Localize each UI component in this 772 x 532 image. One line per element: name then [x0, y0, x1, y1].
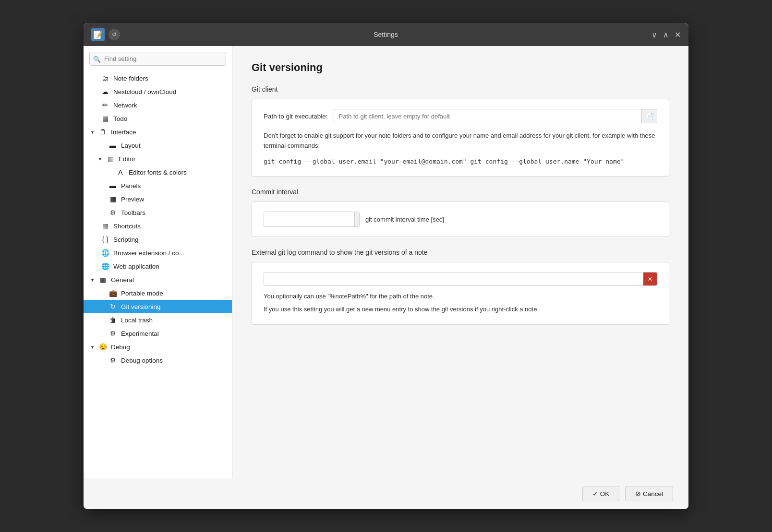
sidebar-item-git-versioning[interactable]: ↻Git versioning [84, 300, 232, 313]
commit-interval-spinner: 30sec ▲ ▼ [264, 212, 360, 227]
sidebar-icon-nextcloud: ☁ [101, 88, 109, 95]
sidebar-icon-layout: ▬ [109, 142, 117, 149]
sidebar-icon-editor-fonts: A [116, 168, 125, 176]
git-log-clear-button[interactable]: ✕ [643, 272, 657, 285]
commit-interval-section-title: Commit interval [252, 188, 669, 196]
sidebar-item-network[interactable]: ✏Network [84, 98, 232, 112]
search-input[interactable] [89, 52, 226, 66]
git-log-input-group: gitk ✕ [264, 272, 657, 286]
nav-back-button[interactable]: ↺ [109, 29, 120, 40]
browse-icon: 📄 [646, 113, 653, 120]
git-log-help2: If you use this setting you will get a n… [264, 305, 657, 315]
sidebar-label-toolbars: Toolbars [121, 209, 145, 216]
sidebar-item-panels[interactable]: ▬Panels [84, 179, 232, 192]
sidebar-icon-experimental: ⚙ [109, 330, 117, 337]
sidebar-item-shortcuts[interactable]: ▦Shortcuts [84, 219, 232, 233]
sidebar-icon-note-folders: 🗂 [101, 74, 109, 82]
sidebar-label-git-versioning: Git versioning [121, 303, 161, 310]
sidebar-item-interface[interactable]: ▾🗒Interface [84, 125, 232, 139]
sidebar-label-local-trash: Local trash [121, 317, 153, 324]
git-log-input[interactable]: gitk [264, 272, 643, 285]
spinner-up-button[interactable]: ▲ [355, 212, 360, 219]
sidebar-item-debug[interactable]: ▾😊Debug [84, 340, 232, 354]
spinner-buttons: ▲ ▼ [354, 212, 360, 226]
sidebar-item-experimental[interactable]: ⚙Experimental [84, 327, 232, 340]
sidebar-label-debug: Debug [111, 343, 130, 351]
sidebar-arrow-debug: ▾ [91, 344, 94, 350]
sidebar-item-browser-ext[interactable]: 🌐Browser extension / co... [84, 246, 232, 260]
sidebar-label-todo: Todo [113, 115, 127, 122]
commit-interval-input[interactable]: 30sec [264, 212, 354, 226]
content-area: 🔍 🗂Note folders☁Nextcloud / ownCloud✏Net… [84, 46, 688, 478]
titlebar: 📝 ↺ Settings ∨ ∧ ✕ [84, 23, 688, 46]
sidebar-label-shortcuts: Shortcuts [113, 223, 141, 230]
sidebar-item-toolbars[interactable]: ⚙Toolbars [84, 206, 232, 219]
sidebar-item-layout[interactable]: ▬Layout [84, 139, 232, 152]
sidebar-item-local-trash[interactable]: 🗑Local trash [84, 313, 232, 327]
sidebar-label-browser-ext: Browser extension / co... [113, 249, 184, 257]
spinner-down-button[interactable]: ▼ [355, 219, 360, 226]
commit-interval-card: 30sec ▲ ▼ git commit interval time [sec] [252, 201, 669, 237]
sidebar-icon-interface: 🗒 [98, 128, 107, 136]
ok-button[interactable]: ✓ OK [582, 486, 619, 501]
footer: ✓ OK ⊘ Cancel [84, 478, 688, 509]
sidebar-item-portable-mode[interactable]: 💼Portable mode [84, 286, 232, 300]
close-button[interactable]: ✕ [675, 30, 681, 39]
sidebar-item-editor[interactable]: ▾▦Editor [84, 152, 232, 166]
commit-row: 30sec ▲ ▼ git commit interval time [sec] [264, 212, 657, 227]
git-code-text: git config --global user.email "your-ema… [264, 157, 657, 167]
sidebar-item-web-app[interactable]: 🌐Web application [84, 260, 232, 273]
path-input-group: 📄 [334, 109, 657, 123]
git-info-text: Don't forget to enable git support for y… [264, 131, 657, 151]
git-client-card: Path to git executable: 📄 Don't forget t… [252, 99, 669, 177]
sidebar-label-note-folders: Note folders [113, 75, 148, 82]
sidebar-icon-shortcuts: ▦ [101, 222, 109, 230]
sidebar-icon-web-app: 🌐 [101, 262, 109, 270]
window-title: Settings [374, 31, 398, 38]
sidebar-arrow-editor: ▾ [99, 156, 101, 162]
minimize-button[interactable]: ∨ [651, 30, 657, 39]
sidebar-item-general[interactable]: ▾▦General [84, 273, 232, 286]
git-client-section-title: Git client [252, 85, 669, 93]
git-log-card: gitk ✕ You optionally can use "%notePath… [252, 262, 669, 325]
sidebar: 🔍 🗂Note folders☁Nextcloud / ownCloud✏Net… [84, 46, 232, 478]
sidebar-icon-general: ▦ [98, 276, 107, 284]
sidebar-icon-portable-mode: 💼 [109, 289, 117, 297]
sidebar-item-preview[interactable]: ▦Preview [84, 192, 232, 206]
path-input[interactable] [334, 109, 642, 123]
search-icon: 🔍 [93, 55, 101, 62]
git-log-section-title: External git log command to show the git… [252, 248, 669, 256]
sidebar-label-scripting: Scripting [113, 236, 139, 243]
commit-interval-label: git commit interval time [sec] [365, 216, 444, 223]
sidebar-label-preview: Preview [121, 196, 144, 203]
cancel-button[interactable]: ⊘ Cancel [625, 486, 673, 501]
sidebar-icon-network: ✏ [101, 101, 109, 109]
path-field-row: Path to git executable: 📄 [264, 109, 657, 123]
sidebar-icon-browser-ext: 🌐 [101, 249, 109, 257]
sidebar-item-note-folders[interactable]: 🗂Note folders [84, 71, 232, 85]
sidebar-label-interface: Interface [111, 129, 136, 136]
browse-button[interactable]: 📄 [642, 109, 657, 123]
sidebar-label-editor: Editor [119, 155, 135, 163]
sidebar-item-todo[interactable]: ▦Todo [84, 112, 232, 125]
sidebar-icon-scripting: { } [101, 236, 109, 243]
sidebar-icon-preview: ▦ [109, 195, 117, 203]
restore-button[interactable]: ∧ [663, 30, 669, 39]
sidebar-label-network: Network [113, 102, 137, 109]
sidebar-label-web-app: Web application [113, 263, 159, 270]
git-log-help1: You optionally can use "%notePath%" for … [264, 292, 657, 302]
titlebar-controls: ∨ ∧ ✕ [651, 30, 681, 39]
settings-window: 📝 ↺ Settings ∨ ∧ ✕ 🔍 🗂Note folders☁Nextc… [84, 23, 688, 509]
sidebar-label-general: General [111, 276, 134, 284]
sidebar-item-scripting[interactable]: { }Scripting [84, 233, 232, 246]
sidebar-item-debug-options[interactable]: ⚙Debug options [84, 354, 232, 367]
titlebar-left: 📝 ↺ [91, 28, 120, 41]
sidebar-label-nextcloud: Nextcloud / ownCloud [113, 88, 176, 95]
sidebar-label-editor-fonts: Editor fonts & colors [129, 169, 187, 176]
sidebar-icon-todo: ▦ [101, 115, 109, 122]
sidebar-label-portable-mode: Portable mode [121, 290, 163, 297]
sidebar-item-nextcloud[interactable]: ☁Nextcloud / ownCloud [84, 85, 232, 98]
sidebar-icon-toolbars: ⚙ [109, 209, 117, 216]
sidebar-item-editor-fonts[interactable]: AEditor fonts & colors [84, 166, 232, 179]
path-label: Path to git executable: [264, 113, 328, 120]
